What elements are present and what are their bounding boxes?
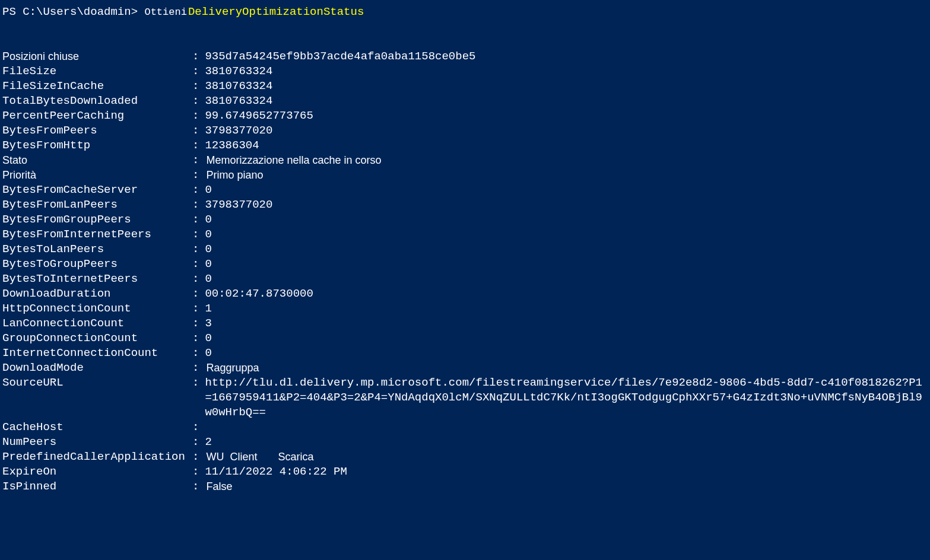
field-label: Priorità [2,168,192,183]
field-label: GroupConnectionCount [2,331,192,346]
output-row: FileSizeInCache:3810763324 [2,79,928,94]
field-label: PredefinedCallerApplication [2,450,192,464]
field-separator: : [192,183,205,198]
output-row: BytesFromLanPeers:3798377020 [2,198,928,212]
field-separator: : [192,346,205,361]
field-separator: : [192,450,205,464]
output-row: IsPinned:False [2,479,928,494]
output-row: FileSize:3810763324 [2,64,928,79]
field-value: 11/11/2022 4:06:22 PM [205,464,928,479]
field-value: 1 [205,301,928,316]
field-label: SourceURL [2,376,192,390]
output-row: Stato:Memorizzazione nella cache in cors… [2,153,928,168]
field-label: Posizioni chiuse [2,49,192,64]
field-label: LanConnectionCount [2,316,192,331]
output-row: BytesToGroupPeers:0 [2,257,928,272]
field-separator: : [192,464,205,479]
output-row: GroupConnectionCount:0 [2,331,928,346]
field-separator: : [192,198,205,212]
output-row: SourceURL:http://tlu.dl.delivery.mp.micr… [2,376,928,420]
field-label: PercentPeerCaching [2,109,192,123]
output-row: BytesFromInternetPeers:0 [2,227,928,242]
output-row: BytesFromCacheServer:0 [2,183,928,198]
field-separator: : [192,420,205,435]
field-value: 0 [205,331,928,346]
field-label: BytesFromGroupPeers [2,212,192,227]
output-row: NumPeers:2 [2,435,928,450]
field-label: ExpireOn [2,464,192,479]
field-separator: : [192,287,205,301]
field-separator: : [192,227,205,242]
output-row: TotalBytesDownloaded:3810763324 [2,94,928,109]
output-row: InternetConnectionCount:0 [2,346,928,361]
field-separator: : [192,272,205,287]
field-separator: : [192,257,205,272]
field-separator: : [192,123,205,138]
field-value: WU Client Scarica [205,450,928,464]
field-label: DownloadMode [2,361,192,376]
output-row: DownloadDuration:00:02:47.8730000 [2,287,928,301]
field-label: FileSize [2,64,192,79]
field-label: CacheHost [2,420,192,435]
prompt-command-name: DeliveryOptimizationStatus [188,5,364,20]
field-separator: : [192,94,205,109]
field-label: FileSizeInCache [2,79,192,94]
field-value: 0 [205,272,928,287]
field-value: 0 [205,242,928,257]
field-separator: : [192,435,205,450]
field-separator: : [192,109,205,123]
field-label: IsPinned [2,479,192,494]
field-value: 00:02:47.8730000 [205,287,928,301]
output-row: LanConnectionCount:3 [2,316,928,331]
field-separator: : [192,49,205,64]
field-label: BytesToGroupPeers [2,257,192,272]
prompt-line: PS C:\Users\doadmin> Ottieni DeliveryOpt… [2,5,928,20]
field-separator: : [192,138,205,153]
field-label: BytesFromHttp [2,138,192,153]
output-row: BytesFromPeers:3798377020 [2,123,928,138]
field-label: DownloadDuration [2,287,192,301]
field-value: 12386304 [205,138,928,153]
output-row: BytesToInternetPeers:0 [2,272,928,287]
field-value: Raggruppa [205,361,928,376]
output-row: PercentPeerCaching:99.6749652773765 [2,109,928,123]
field-separator: : [192,316,205,331]
field-label: TotalBytesDownloaded [2,94,192,109]
output-row: Posizioni chiuse:935d7a54245ef9bb37acde4… [2,49,928,64]
prompt-command-verb: Ottieni [144,5,186,20]
field-separator: : [192,376,205,390]
field-label: Stato [2,153,192,168]
output-row: CacheHost: [2,420,928,435]
output-row: BytesFromGroupPeers:0 [2,212,928,227]
field-value: 0 [205,346,928,361]
field-separator: : [192,331,205,346]
field-label: BytesFromPeers [2,123,192,138]
field-value: http://tlu.dl.delivery.mp.microsoft.com/… [205,376,928,420]
field-label: NumPeers [2,435,192,450]
field-value: 3798377020 [205,123,928,138]
field-label: BytesFromLanPeers [2,198,192,212]
field-value: 3810763324 [205,94,928,109]
prompt-prefix: PS C:\Users\doadmin> [2,5,144,20]
field-separator: : [192,153,205,168]
output-row: ExpireOn:11/11/2022 4:06:22 PM [2,464,928,479]
field-label: BytesFromCacheServer [2,183,192,198]
field-value: 2 [205,435,928,450]
field-value: 3798377020 [205,198,928,212]
field-value: 3 [205,316,928,331]
field-separator: : [192,64,205,79]
field-separator: : [192,79,205,94]
field-label: BytesToInternetPeers [2,272,192,287]
field-separator: : [192,168,205,183]
field-value: 0 [205,227,928,242]
output-row: BytesFromHttp:12386304 [2,138,928,153]
field-label: BytesFromInternetPeers [2,227,192,242]
field-value: 99.6749652773765 [205,109,928,123]
output-container: Posizioni chiuse:935d7a54245ef9bb37acde4… [2,49,928,494]
field-value: Primo piano [205,168,928,183]
field-label: HttpConnectionCount [2,301,192,316]
field-value: 0 [205,212,928,227]
field-separator: : [192,212,205,227]
field-separator: : [192,361,205,376]
field-value: 0 [205,257,928,272]
